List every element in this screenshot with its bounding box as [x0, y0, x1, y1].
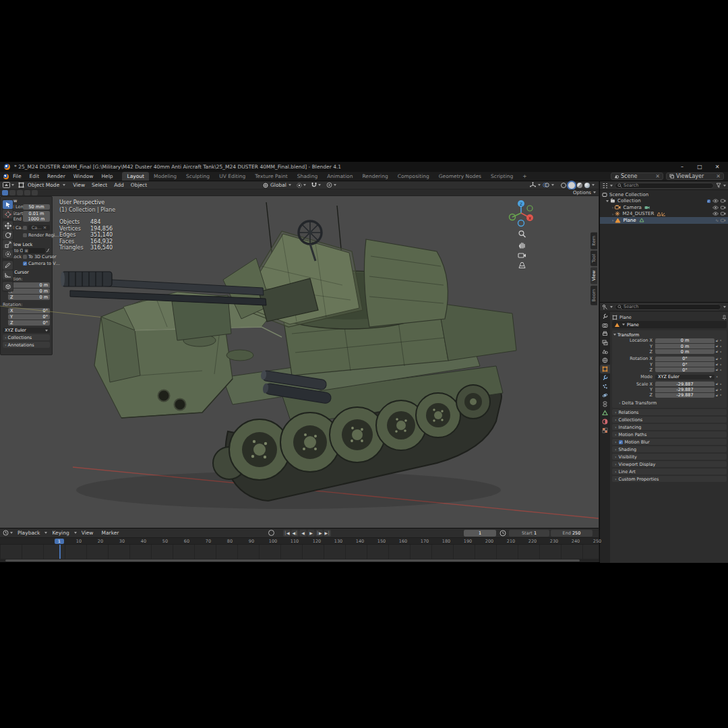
- frame-start-field[interactable]: Start1: [509, 530, 549, 537]
- collection-expand-icon[interactable]: [606, 200, 609, 202]
- duster-expand-icon[interactable]: ›: [612, 212, 613, 216]
- plane-link-icon[interactable]: ∿: [715, 218, 719, 222]
- scale-z-field[interactable]: -29.887: [655, 393, 715, 398]
- timeline-menu-keying[interactable]: Keying: [49, 530, 72, 536]
- mode-animate-dot[interactable]: •: [716, 375, 718, 379]
- loc-y-field[interactable]: 0 m: [655, 344, 715, 348]
- workspace-tab-sculpting[interactable]: Sculpting: [181, 172, 214, 181]
- use-preview-range-icon[interactable]: [499, 530, 506, 537]
- rot-x-field[interactable]: 0°: [655, 357, 715, 361]
- npanel-tab-item[interactable]: Item: [590, 233, 597, 249]
- prev-keyframe-button[interactable]: ◀⏐: [291, 530, 299, 537]
- select-mode-new-icon[interactable]: [2, 190, 8, 195]
- scale-z-animate-dot[interactable]: •: [720, 393, 722, 397]
- rot-z-field[interactable]: 0°: [655, 367, 715, 372]
- scale-y-field[interactable]: -29.887: [655, 388, 715, 392]
- section-relations[interactable]: ›Relations: [612, 409, 727, 415]
- scene-unpin-icon[interactable]: ✕: [655, 173, 660, 179]
- scale-x-animate-dot[interactable]: •: [720, 382, 722, 386]
- options-dropdown[interactable]: Options: [573, 190, 596, 195]
- tool-select-box[interactable]: [3, 200, 13, 209]
- loc-z-field[interactable]: 0 m: [655, 349, 715, 354]
- workspace-tab-uv-editing[interactable]: UV Editing: [214, 172, 250, 181]
- close-button[interactable]: ✕: [710, 162, 724, 171]
- select-mode-subtract-icon[interactable]: [17, 190, 23, 195]
- timeline-menu-view[interactable]: View: [78, 530, 97, 536]
- viewport-menu-view[interactable]: View: [69, 182, 88, 188]
- tab-material-icon[interactable]: [600, 417, 610, 426]
- loc-y-animate-dot[interactable]: •: [720, 344, 722, 348]
- viewport-menu-add[interactable]: Add: [111, 182, 127, 188]
- mode-selector[interactable]: Object Mode: [24, 182, 63, 188]
- outliner-row-plane[interactable]: › Plane ∿: [600, 217, 728, 224]
- tab-world-icon[interactable]: [600, 356, 610, 365]
- section-custom-properties[interactable]: ›Custom Properties: [612, 476, 727, 482]
- tool-measure[interactable]: [3, 270, 13, 279]
- next-keyframe-button[interactable]: ⏐▶: [315, 530, 323, 537]
- viewlayer-selector[interactable]: ViewLayer ✕: [666, 173, 724, 180]
- duster-hide-eye-icon[interactable]: [712, 212, 719, 216]
- properties-editor-icon[interactable]: [602, 304, 608, 310]
- playhead-line[interactable]: [59, 545, 61, 559]
- tab-modifiers-icon[interactable]: [600, 373, 610, 382]
- orientation-selector[interactable]: Global: [268, 182, 289, 188]
- select-mode-intersect-icon[interactable]: [32, 190, 38, 195]
- shading-wireframe-icon[interactable]: [561, 183, 566, 188]
- rot-x-animate-dot[interactable]: •: [720, 357, 722, 361]
- npanel-tab-tool[interactable]: Tool: [590, 251, 597, 266]
- duster-render-icon[interactable]: [721, 212, 726, 216]
- transform-panel-header[interactable]: Transform: [613, 332, 725, 338]
- current-frame-marker[interactable]: 1: [55, 539, 64, 544]
- delta-transform-section[interactable]: ›Delta Transform: [613, 400, 725, 406]
- select-mode-invert-icon[interactable]: [24, 190, 30, 195]
- tool-add-cube[interactable]: [3, 282, 13, 291]
- workspace-tab-animation[interactable]: Animation: [322, 172, 357, 181]
- loc-x-field[interactable]: 0 m: [655, 338, 715, 343]
- pin-icon[interactable]: [722, 315, 727, 320]
- scene-selector[interactable]: Scene ✕: [611, 173, 663, 180]
- workspace-tab-scripting[interactable]: Scripting: [486, 172, 518, 181]
- loc-y-lock-icon[interactable]: 🔓︎: [716, 344, 719, 348]
- menu-edit[interactable]: Edit: [26, 172, 44, 181]
- viewport-canvas[interactable]: User Perspective (1) Collection | Plane …: [0, 196, 599, 528]
- play-reverse-button[interactable]: ◀: [299, 530, 307, 537]
- rot-y-lock-icon[interactable]: 🔓︎: [716, 362, 719, 367]
- timeline-ruler[interactable]: 10 20 30 40 50 60 70 80 90 100 110 120 1…: [0, 538, 599, 545]
- outliner-editor-icon[interactable]: [602, 183, 608, 189]
- proportional-edit-icon[interactable]: [326, 182, 332, 188]
- collection-render-camera-icon[interactable]: [721, 199, 726, 203]
- workspace-tab-shading[interactable]: Shading: [293, 172, 322, 181]
- scale-y-animate-dot[interactable]: •: [720, 388, 722, 392]
- section-collections[interactable]: ›Collections: [612, 417, 727, 423]
- shading-solid-icon[interactable]: [568, 182, 575, 189]
- show-overlays-icon[interactable]: [543, 182, 549, 188]
- section-motion-blur[interactable]: ›✓Motion Blur: [612, 439, 727, 445]
- loc-x-animate-dot[interactable]: •: [720, 338, 722, 342]
- loc-x-lock-icon[interactable]: 🔓︎: [716, 338, 719, 343]
- tab-tool-icon[interactable]: [600, 312, 610, 321]
- workspace-tab-texture-paint[interactable]: Texture Paint: [250, 172, 292, 181]
- camera-hide-eye-icon[interactable]: [712, 206, 719, 210]
- tank-model[interactable]: [59, 199, 518, 519]
- snap-magnet-icon[interactable]: [311, 182, 317, 188]
- menu-file[interactable]: File: [9, 172, 26, 181]
- workspace-tab-geometry-nodes[interactable]: Geometry Nodes: [434, 172, 486, 181]
- navigation-gizmo[interactable]: Z X: [506, 198, 537, 229]
- frame-end-field[interactable]: End250: [551, 530, 593, 537]
- zoom-icon[interactable]: [518, 230, 526, 238]
- rotation-mode-dropdown[interactable]: XYZ Euler: [655, 375, 715, 380]
- minimize-button[interactable]: –: [675, 162, 689, 171]
- tab-physics-icon[interactable]: [600, 391, 610, 400]
- rot-y-field[interactable]: 0°: [655, 362, 715, 367]
- current-frame-field[interactable]: 1: [464, 530, 496, 537]
- scale-x-lock-icon[interactable]: 🔓︎: [716, 382, 719, 386]
- auto-keyframe-icon[interactable]: [268, 530, 274, 536]
- menu-render[interactable]: Render: [43, 172, 69, 181]
- outliner-search-input[interactable]: [615, 183, 714, 189]
- loc-z-animate-dot[interactable]: •: [720, 350, 722, 354]
- tool-scale[interactable]: [3, 240, 13, 249]
- plane-expand-icon[interactable]: ›: [612, 218, 613, 222]
- timeline-editor-icon[interactable]: [3, 530, 9, 536]
- loc-z-lock-icon[interactable]: 🔓︎: [716, 349, 719, 354]
- rot-z-animate-dot[interactable]: •: [720, 368, 722, 372]
